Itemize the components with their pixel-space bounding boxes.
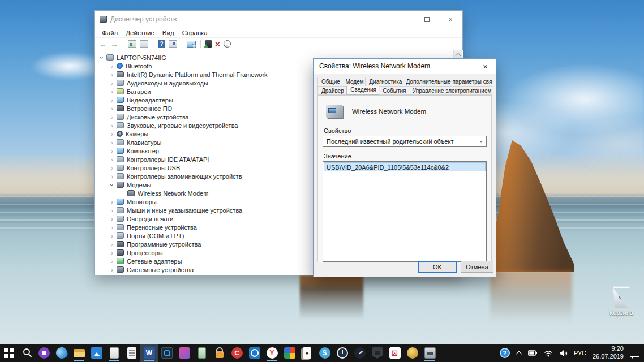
taskbar-skype[interactable]: S <box>316 344 333 362</box>
chevron-collapsed-icon[interactable]: › <box>109 123 115 128</box>
chevron-collapsed-icon[interactable]: › <box>109 80 115 86</box>
clock[interactable]: 9:20 26.07.2019 <box>593 345 624 361</box>
recycle-bin[interactable]: ↻ Корзина <box>603 286 639 316</box>
help-icon[interactable]: ? <box>158 40 165 48</box>
close-button[interactable]: × <box>439 11 462 28</box>
chevron-expanded-icon[interactable]: › <box>99 54 105 61</box>
action-center-icon[interactable] <box>630 350 639 357</box>
tab-tabrow1-2[interactable]: Диагностика <box>365 77 402 86</box>
property-select[interactable]: Последний известный родительский объект … <box>323 136 487 147</box>
scrollbar-up-icon[interactable] <box>456 53 461 58</box>
chevron-collapsed-icon[interactable]: › <box>109 267 115 273</box>
maximize-button[interactable] <box>415 11 439 28</box>
taskbar-game-dice[interactable]: ⚄ <box>386 344 403 362</box>
search-icon <box>21 347 32 359</box>
chevron-collapsed-icon[interactable]: › <box>109 174 115 179</box>
taskbar-search[interactable] <box>18 344 35 362</box>
chevron-collapsed-icon[interactable]: › <box>109 199 115 205</box>
chevron-collapsed-icon[interactable]: › <box>109 114 115 120</box>
forward-icon[interactable]: → <box>110 40 118 48</box>
chevron-collapsed-icon[interactable]: › <box>109 242 115 247</box>
ok-button[interactable]: OK <box>418 261 457 273</box>
taskbar-yandex-browser[interactable]: Y <box>263 344 281 362</box>
taskbar-notepad[interactable] <box>105 344 123 362</box>
game-dice-icon: ⚄ <box>389 347 401 359</box>
taskbar-ccleaner[interactable]: C <box>228 344 246 362</box>
back-icon[interactable]: ← <box>99 40 107 48</box>
taskbar-speedtest[interactable] <box>351 344 368 362</box>
menu-item-1[interactable]: Действие <box>122 29 158 36</box>
dialog-titlebar[interactable]: Свойства: Wireless Network Modem × <box>314 59 496 74</box>
chevron-collapsed-icon[interactable]: › <box>109 72 115 77</box>
dialog-close-icon[interactable]: × <box>480 61 490 72</box>
taskbar-edge[interactable] <box>53 344 70 362</box>
tab-tabrow1-1[interactable]: Модем <box>342 77 366 86</box>
language-indicator[interactable]: РУС <box>574 350 586 356</box>
action-pane-icon[interactable] <box>169 40 177 48</box>
scan-hardware-changes-icon[interactable] <box>187 41 196 48</box>
taskbar-paint-3d[interactable] <box>175 344 193 362</box>
audio-icon <box>117 80 124 86</box>
taskbar-world-of-tanks[interactable] <box>368 344 386 362</box>
menu-item-3[interactable]: Справка <box>178 29 212 36</box>
taskbar-cortana[interactable] <box>35 344 53 362</box>
modem-icon <box>117 182 124 188</box>
uninstall-device-icon[interactable]: × <box>215 40 220 48</box>
menu-item-0[interactable]: Файл <box>98 29 122 36</box>
tab-tabrow2-2[interactable]: События <box>379 86 409 95</box>
taskbar-file-explorer[interactable] <box>70 344 88 362</box>
battery-icon[interactable] <box>528 350 538 356</box>
tab-tabrow2-1[interactable]: Сведения <box>346 86 379 95</box>
chevron-collapsed-icon[interactable]: › <box>109 148 115 154</box>
taskbar-clock[interactable] <box>333 344 351 362</box>
taskbar-start[interactable] <box>0 344 18 362</box>
taskbar-rubiks-cube[interactable] <box>281 344 298 362</box>
taskbar-word[interactable]: W <box>140 344 158 362</box>
chevron-collapsed-icon[interactable]: › <box>109 258 115 264</box>
taskbar-unlocker[interactable] <box>211 344 228 362</box>
taskbar-photos[interactable] <box>88 344 105 362</box>
chevron-collapsed-icon[interactable]: › <box>109 106 115 111</box>
chevron-collapsed-icon[interactable]: › <box>109 216 115 222</box>
tree-item-label: Клавиатуры <box>127 139 161 146</box>
chevron-collapsed-icon[interactable]: › <box>109 165 115 171</box>
tree-item-label: Встроенное ПО <box>127 105 172 112</box>
taskbar-solitaire[interactable]: ♠ <box>298 344 316 362</box>
chevron-collapsed-icon[interactable]: › <box>109 63 115 69</box>
hidden-icons-chevron-icon[interactable] <box>516 350 522 356</box>
get-help-icon[interactable]: ? <box>500 348 510 358</box>
chevron-collapsed-icon[interactable]: › <box>109 208 115 213</box>
chevron-expanded-icon[interactable]: › <box>109 182 115 188</box>
chevron-collapsed-icon[interactable]: › <box>109 89 115 94</box>
minimize-button[interactable]: – <box>391 11 415 28</box>
chevron-collapsed-icon[interactable]: › <box>109 140 115 145</box>
tab-tabrow2-3[interactable]: Управление электропитанием <box>409 86 492 95</box>
menu-item-2[interactable]: Вид <box>158 29 178 36</box>
volume-icon[interactable] <box>559 350 568 357</box>
rubiks-cube-icon <box>284 347 295 359</box>
taskbar-alarm-clock[interactable] <box>246 344 263 362</box>
chevron-collapsed-icon[interactable]: › <box>109 250 115 256</box>
properties-icon[interactable] <box>140 40 148 48</box>
chevron-collapsed-icon[interactable]: › <box>109 225 115 230</box>
taskbar-photoshop[interactable] <box>158 344 175 362</box>
disable-device-icon[interactable]: ↓ <box>224 40 231 48</box>
update-driver-icon[interactable] <box>205 40 212 48</box>
value-listbox[interactable]: USB\VID_20A6&PID_1105\5&53e114c&0&2 <box>323 161 487 262</box>
tab-tabrow1-3[interactable]: Дополнительные параметры связи <box>402 77 492 86</box>
value-list-item-selected[interactable]: USB\VID_20A6&PID_1105\5&53e114c&0&2 <box>324 162 486 171</box>
cancel-button[interactable]: Отмена <box>461 261 493 273</box>
device-manager-titlebar[interactable]: Диспетчер устройств – × <box>95 11 462 28</box>
chevron-collapsed-icon[interactable]: › <box>109 157 115 162</box>
tab-tabrow1-0[interactable]: Общие <box>317 77 342 86</box>
taskbar-usb-utility[interactable] <box>193 344 211 362</box>
chevron-collapsed-icon[interactable]: › <box>109 233 115 239</box>
chevron-collapsed-icon[interactable]: › <box>109 97 115 103</box>
taskbar-device-manager[interactable] <box>421 344 439 362</box>
chevron-collapsed-icon[interactable]: › <box>109 131 115 137</box>
console-tree-icon[interactable] <box>128 40 136 48</box>
tab-tabrow2-0[interactable]: Драйвер <box>317 86 347 95</box>
taskbar-calculator[interactable] <box>123 344 140 362</box>
taskbar-gold-badge[interactable] <box>403 344 421 362</box>
wifi-icon[interactable] <box>544 350 553 357</box>
